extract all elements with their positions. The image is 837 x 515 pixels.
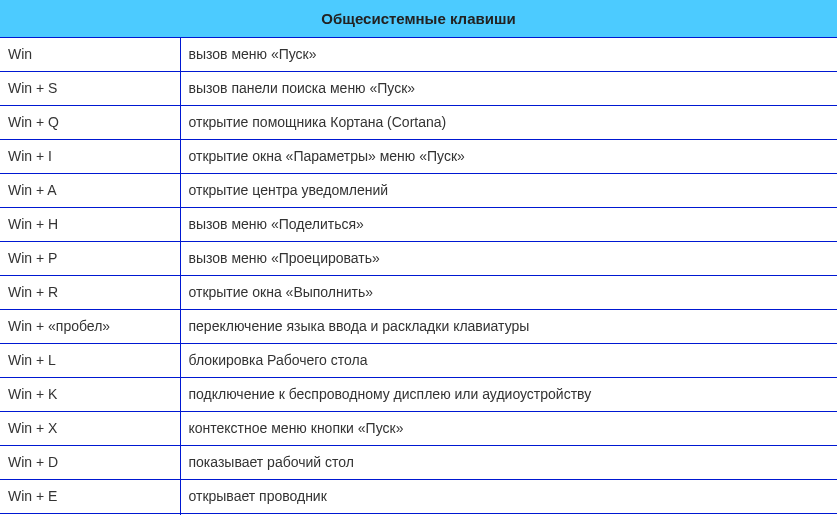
shortcut-key: Win + «пробел» [0, 310, 180, 344]
shortcut-key: Win + H [0, 208, 180, 242]
table-row: Win + Kподключение к беспроводному диспл… [0, 378, 837, 412]
shortcut-description: подключение к беспроводному дисплею или … [180, 378, 837, 412]
shortcut-description: контекстное меню кнопки «Пуск» [180, 412, 837, 446]
table-row: Win + Aоткрытие центра уведомлений [0, 174, 837, 208]
table-row: Winвызов меню «Пуск» [0, 38, 837, 72]
table-title: Общесистемные клавиши [0, 0, 837, 38]
table-row: Win + Iоткрытие окна «Параметры» меню «П… [0, 140, 837, 174]
shortcut-key: Win + I [0, 140, 180, 174]
shortcut-description: открытие окна «Выполнить» [180, 276, 837, 310]
table-row: Win + Eоткрывает проводник [0, 480, 837, 514]
shortcut-description: открытие помощника Кортана (Cortana) [180, 106, 837, 140]
shortcut-key: Win + L [0, 344, 180, 378]
table-row: Win + Lблокировка Рабочего стола [0, 344, 837, 378]
table-row: Win + Sвызов панели поиска меню «Пуск» [0, 72, 837, 106]
shortcut-description: открывает проводник [180, 480, 837, 514]
shortcut-description: вызов панели поиска меню «Пуск» [180, 72, 837, 106]
shortcut-description: переключение языка ввода и раскладки кла… [180, 310, 837, 344]
table-row: Win + «пробел»переключение языка ввода и… [0, 310, 837, 344]
table-row: Win + Pвызов меню «Проецировать» [0, 242, 837, 276]
shortcut-key: Win + A [0, 174, 180, 208]
shortcut-key: Win + X [0, 412, 180, 446]
shortcut-key: Win + R [0, 276, 180, 310]
shortcut-description: блокировка Рабочего стола [180, 344, 837, 378]
shortcuts-table: Общесистемные клавиши Winвызов меню «Пус… [0, 0, 837, 515]
shortcut-description: открытие центра уведомлений [180, 174, 837, 208]
table-header-row: Общесистемные клавиши [0, 0, 837, 38]
shortcut-key: Win + E [0, 480, 180, 514]
shortcut-description: вызов меню «Поделиться» [180, 208, 837, 242]
shortcut-description: показывает рабочий стол [180, 446, 837, 480]
shortcut-key: Win + Q [0, 106, 180, 140]
table-row: Win + Hвызов меню «Поделиться» [0, 208, 837, 242]
table-row: Win + Qоткрытие помощника Кортана (Corta… [0, 106, 837, 140]
table-row: Win + Dпоказывает рабочий стол [0, 446, 837, 480]
shortcut-key: Win + K [0, 378, 180, 412]
shortcut-description: вызов меню «Пуск» [180, 38, 837, 72]
shortcut-key: Win + P [0, 242, 180, 276]
shortcut-key: Win [0, 38, 180, 72]
table-row: Win + Rоткрытие окна «Выполнить» [0, 276, 837, 310]
table-row: Win + Xконтекстное меню кнопки «Пуск» [0, 412, 837, 446]
shortcut-description: открытие окна «Параметры» меню «Пуск» [180, 140, 837, 174]
table-body: Winвызов меню «Пуск»Win + Sвызов панели … [0, 38, 837, 516]
shortcut-key: Win + D [0, 446, 180, 480]
shortcut-key: Win + S [0, 72, 180, 106]
shortcut-description: вызов меню «Проецировать» [180, 242, 837, 276]
